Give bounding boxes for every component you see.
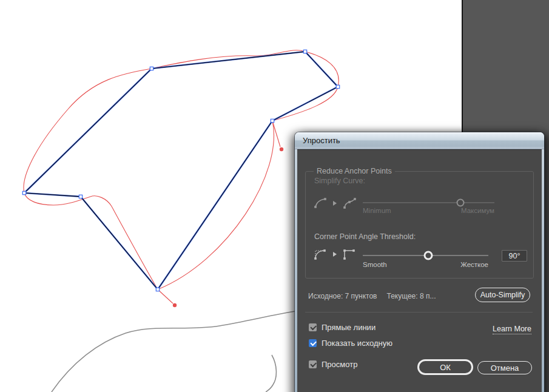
hard-label: Жесткое bbox=[460, 261, 488, 268]
simplify-curve-track[interactable] bbox=[363, 202, 494, 203]
smooth-corner-icon bbox=[313, 248, 328, 260]
smooth-label: Smooth bbox=[363, 261, 387, 268]
arrow-right-icon bbox=[332, 251, 337, 257]
simplify-curve-handle[interactable] bbox=[456, 198, 464, 206]
corner-threshold-label: Corner Point Angle Threshold: bbox=[314, 232, 416, 241]
corner-threshold-handle[interactable] bbox=[423, 251, 433, 260]
sharp-corner-icon bbox=[342, 248, 357, 260]
original-points-status: Исходное: 7 пунктов bbox=[308, 292, 377, 300]
anchor-point bbox=[79, 195, 82, 198]
simplify-curve-slider-labels: Minimum Максимум bbox=[363, 207, 494, 214]
simplify-dialog: Упростить Reduce Anchor Points Simplify … bbox=[295, 132, 544, 392]
corner-threshold-slider[interactable] bbox=[363, 251, 488, 260]
group-title: Reduce Anchor Points bbox=[314, 167, 395, 175]
simplify-curve-icons bbox=[313, 197, 357, 209]
anchor-point bbox=[156, 288, 159, 291]
dialog-title: Упростить bbox=[295, 132, 340, 149]
preview-row[interactable]: Просмотр bbox=[309, 360, 357, 369]
simplified-path bbox=[24, 52, 338, 289]
status-row: Исходное: 7 пунктов Текущее: 8 п... bbox=[308, 292, 436, 300]
dialog-titlebar[interactable]: Упростить bbox=[295, 132, 544, 149]
straight-lines-row[interactable]: Прямые линии bbox=[309, 323, 376, 332]
minimum-label: Minimum bbox=[363, 207, 391, 214]
checkbox[interactable] bbox=[309, 339, 317, 347]
checkbox[interactable] bbox=[309, 323, 317, 331]
angle-value-input[interactable] bbox=[502, 250, 527, 262]
path-handles bbox=[158, 121, 283, 307]
more-points-curve-icon bbox=[342, 197, 357, 209]
anchor-point bbox=[303, 50, 306, 53]
auto-simplify-button[interactable]: Auto-Simplify bbox=[475, 288, 530, 302]
show-original-row[interactable]: Показать исходную bbox=[309, 339, 392, 348]
cancel-button[interactable]: Отмена bbox=[477, 361, 532, 374]
ok-button[interactable]: ОК bbox=[417, 359, 473, 375]
corner-threshold-icons bbox=[313, 248, 357, 260]
simplify-curve-slider[interactable] bbox=[363, 198, 494, 207]
anchor-point bbox=[22, 191, 25, 194]
checkbox[interactable] bbox=[309, 360, 317, 368]
dialog-body: Reduce Anchor Points Simplify Curve: bbox=[297, 149, 542, 392]
fewer-points-curve-icon bbox=[313, 197, 328, 209]
separator bbox=[305, 312, 533, 313]
straight-lines-label: Прямые линии bbox=[322, 323, 376, 332]
preview-label: Просмотр bbox=[322, 360, 357, 369]
anchor-point bbox=[150, 67, 153, 70]
corner-threshold-slider-labels: Smooth Жесткое bbox=[363, 261, 488, 268]
anchor-point bbox=[271, 119, 274, 122]
maximum-label: Максимум bbox=[461, 207, 494, 214]
learn-more-link[interactable]: Learn More bbox=[493, 325, 531, 334]
arrow-right-icon bbox=[332, 200, 337, 206]
unselected-path bbox=[52, 311, 298, 392]
simplify-curve-label: Simplify Curve: bbox=[314, 177, 365, 185]
anchor-point bbox=[336, 85, 339, 88]
application-window: Упростить Reduce Anchor Points Simplify … bbox=[0, 0, 549, 392]
current-points-status: Текущее: 8 п... bbox=[386, 292, 436, 300]
show-original-label: Показать исходную bbox=[322, 339, 392, 348]
